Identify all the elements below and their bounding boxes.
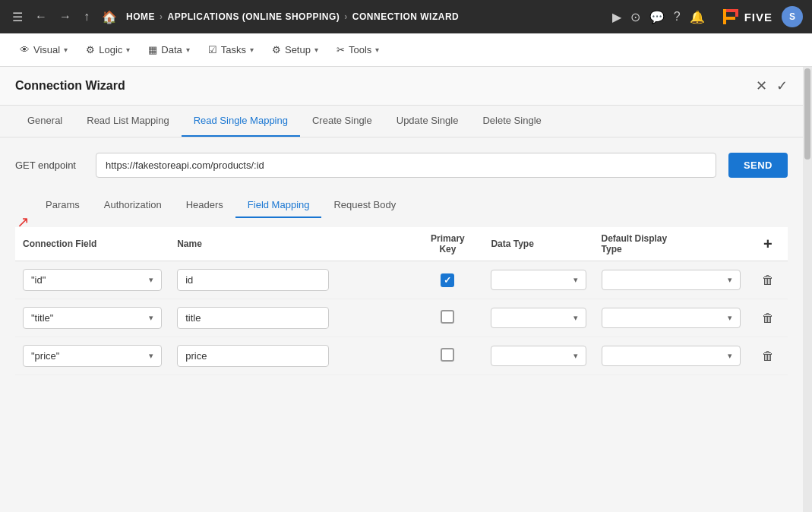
tasks-label: Tasks — [221, 44, 246, 55]
checkbox-unchecked-price[interactable] — [441, 348, 454, 362]
sub-tab-authorization[interactable]: Authorization — [92, 193, 174, 218]
connection-field-arrow-title: ▾ — [149, 313, 153, 323]
sub-tab-headers[interactable]: Headers — [174, 193, 235, 218]
primary-key-checkbox-title[interactable] — [441, 310, 454, 324]
connection-field-select-price[interactable]: "price" ▾ — [23, 345, 162, 367]
right-scrollbar[interactable] — [803, 67, 812, 512]
name-cell — [169, 337, 412, 375]
five-logo-svg — [720, 6, 741, 27]
nav-tasks[interactable]: ☑ Tasks ▾ — [201, 33, 261, 66]
table-row: "title" ▾ — [15, 299, 788, 337]
visual-icon: 👁 — [20, 44, 30, 55]
top-navigation: ☰ ← → ↑ 🏠 HOME › APPLICATIONS (ONLINE SH… — [0, 0, 812, 33]
checkbox-unchecked-title[interactable] — [441, 310, 454, 324]
main-panel-wrapper: Connection Wizard ✕ ✓ General Read List … — [0, 67, 812, 512]
display-type-select-title[interactable]: ▾ — [602, 308, 741, 328]
mapping-table: Connection Field Name PrimaryKey Data Ty… — [15, 227, 788, 375]
data-type-select-title[interactable]: ▾ — [491, 308, 586, 328]
name-cell — [169, 261, 412, 299]
help-icon[interactable]: ? — [674, 10, 681, 24]
home-icon[interactable]: 🏠 — [99, 7, 120, 27]
sub-tab-request-body[interactable]: Request Body — [321, 193, 408, 218]
header-default-display-type: Default DisplayType — [594, 227, 748, 261]
logic-icon: ⚙ — [86, 44, 95, 55]
data-type-select-id[interactable]: ▾ — [491, 270, 586, 290]
connection-field-value-id: "id" — [31, 274, 46, 286]
name-cell — [169, 299, 412, 337]
five-logo: FIVE — [720, 6, 773, 27]
display-type-cell-price: ▾ — [594, 337, 748, 375]
tab-delete-single[interactable]: Delete Single — [470, 106, 553, 137]
back-icon[interactable]: ← — [32, 7, 50, 27]
tab-read-single-mapping[interactable]: Read Single Mapping — [182, 106, 300, 137]
endpoint-label: GET endpoint — [15, 160, 84, 171]
avatar[interactable]: S — [782, 6, 803, 27]
header-primary-key: PrimaryKey — [412, 227, 483, 261]
name-input-price[interactable] — [177, 345, 329, 367]
delete-row-button-id[interactable]: 🗑 — [756, 273, 780, 287]
display-type-arrow-title: ▾ — [728, 313, 732, 323]
setup-arrow: ▾ — [314, 46, 318, 54]
panel-content: Connection Wizard ✕ ✓ General Read List … — [0, 67, 803, 512]
nav-logic[interactable]: ⚙ Logic ▾ — [78, 33, 137, 66]
tools-icon: ✂ — [336, 44, 345, 55]
nav-visual[interactable]: 👁 Visual ▾ — [12, 33, 75, 66]
data-type-arrow-price: ▾ — [573, 351, 578, 361]
connection-field-select-id[interactable]: "id" ▾ — [23, 269, 162, 291]
forward-icon[interactable]: → — [56, 7, 74, 27]
data-type-cell-title: ▾ — [483, 299, 593, 337]
primary-key-checkbox-id[interactable]: ✓ — [441, 273, 454, 287]
visual-label: Visual — [33, 44, 60, 55]
menu-icon[interactable]: ☰ — [9, 7, 26, 27]
sub-tab-field-mapping[interactable]: Field Mapping — [235, 193, 322, 218]
bell-icon[interactable]: 🔔 — [690, 10, 705, 24]
breadcrumb-wizard[interactable]: CONNECTION WIZARD — [352, 11, 460, 22]
endpoint-input[interactable] — [96, 153, 716, 178]
display-type-cell-id: ▾ — [594, 261, 748, 299]
nav-data[interactable]: ▦ Data ▾ — [141, 33, 197, 66]
name-input-id[interactable] — [177, 269, 329, 291]
checkbox-checked-id[interactable]: ✓ — [441, 273, 454, 287]
up-icon[interactable]: ↑ — [81, 7, 93, 27]
delete-cell-id: 🗑 — [748, 261, 788, 299]
setup-icon: ⚙ — [272, 44, 281, 55]
check-icon[interactable]: ✓ — [776, 77, 788, 94]
data-type-arrow-title: ▾ — [573, 313, 578, 323]
close-icon[interactable]: ✕ — [756, 77, 767, 94]
tab-update-single[interactable]: Update Single — [384, 106, 471, 137]
data-type-select-price[interactable]: ▾ — [491, 346, 586, 366]
breadcrumb-sep2: › — [344, 11, 348, 22]
connection-field-arrow-price: ▾ — [149, 351, 153, 361]
name-input-title[interactable] — [177, 307, 329, 329]
delete-row-button-price[interactable]: 🗑 — [756, 349, 780, 363]
breadcrumb-app[interactable]: APPLICATIONS (ONLINE SHOPPING) — [168, 11, 340, 22]
endpoint-row: GET endpoint SEND — [15, 153, 788, 178]
display-type-select-price[interactable]: ▾ — [602, 346, 741, 366]
nav-tools[interactable]: ✂ Tools ▾ — [329, 33, 387, 66]
connection-field-value-title: "title" — [31, 312, 53, 324]
play-icon[interactable]: ▶ — [612, 10, 621, 24]
header-add: + — [748, 227, 788, 261]
tab-general[interactable]: General — [15, 106, 74, 137]
send-button[interactable]: SEND — [728, 153, 788, 178]
nav-setup[interactable]: ⚙ Setup ▾ — [264, 33, 326, 66]
add-row-button[interactable]: + — [756, 235, 780, 253]
top-nav-right: ▶ ⊙ 💬 ? 🔔 FIVE S — [612, 6, 803, 27]
target-icon[interactable]: ⊙ — [630, 10, 640, 24]
tasks-icon: ☑ — [208, 44, 217, 55]
tab-create-single[interactable]: Create Single — [300, 106, 384, 137]
sub-tab-params[interactable]: Params — [33, 193, 92, 218]
primary-key-cell-title — [412, 299, 483, 337]
primary-key-checkbox-price[interactable] — [441, 348, 454, 362]
home-label[interactable]: HOME — [126, 11, 155, 22]
connection-field-select-title[interactable]: "title" ▾ — [23, 307, 162, 329]
tab-read-list-mapping[interactable]: Read List Mapping — [74, 106, 181, 137]
delete-row-button-title[interactable]: 🗑 — [756, 311, 780, 325]
display-type-select-id[interactable]: ▾ — [602, 270, 741, 290]
connection-field-cell: "title" ▾ — [15, 299, 169, 337]
setup-label: Setup — [285, 44, 311, 55]
chat-icon[interactable]: 💬 — [649, 10, 665, 24]
tools-label: Tools — [349, 44, 371, 55]
panel-title: Connection Wizard — [15, 79, 125, 93]
scrollbar-thumb[interactable] — [804, 68, 810, 160]
